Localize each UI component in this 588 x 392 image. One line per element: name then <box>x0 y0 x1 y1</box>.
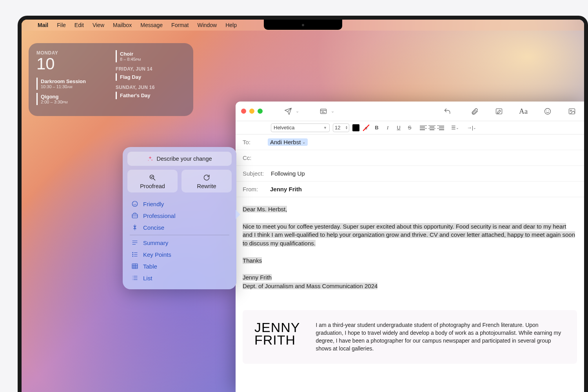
proofread-button[interactable]: Proofread <box>127 170 178 192</box>
window-controls <box>241 109 263 114</box>
header-fields-button[interactable] <box>317 106 330 117</box>
briefcase-icon <box>131 212 138 219</box>
strikethrough-button[interactable]: S <box>406 124 414 132</box>
format-button[interactable]: Aa <box>517 106 530 117</box>
header-options-chevron[interactable]: ⌄ <box>331 109 336 114</box>
device-frame: Mail File Edit View Mailbox Message Form… <box>18 16 588 392</box>
align-right-button[interactable] <box>437 125 444 130</box>
body-sig-dept: Dept. of Journalism and Mass Communicati… <box>243 283 377 289</box>
send-options-chevron[interactable]: ⌄ <box>296 109 301 114</box>
calendar-widget[interactable]: MONDAY 10 Darkroom Session 10:30 – 11:30… <box>29 43 193 116</box>
menu-format[interactable]: Format <box>167 22 193 28</box>
indent-button[interactable]: →| ⌄ <box>468 124 475 132</box>
tone-label: Concise <box>143 224 164 231</box>
transform-summary[interactable]: Summary <box>129 237 230 249</box>
event-title: Choir <box>120 51 185 57</box>
mail-compose-window: ⌄ ⌄ Aa Helvetica▼ 12▴▾ <box>236 102 584 392</box>
recipient-chip[interactable]: Andi Herbst⌄ <box>268 138 308 146</box>
italic-button[interactable]: I <box>384 124 392 132</box>
proofread-icon <box>149 174 156 181</box>
table-icon <box>131 263 138 270</box>
rewrite-icon <box>203 174 211 181</box>
event-time: 2:00 – 3:30PM <box>41 100 106 104</box>
cc-row[interactable]: Cc: <box>236 150 584 166</box>
separator <box>130 235 229 235</box>
chevron-down-icon[interactable]: ⌄ <box>302 140 305 144</box>
menu-mailbox[interactable]: Mailbox <box>109 22 136 28</box>
zoom-window-button[interactable] <box>258 109 263 114</box>
send-button[interactable] <box>281 106 295 117</box>
subject-row[interactable]: Subject: Following Up <box>236 166 584 181</box>
sparkle-icon <box>147 156 153 162</box>
calendar-event[interactable]: Father's Day <box>116 92 185 99</box>
svg-point-4 <box>570 110 572 111</box>
proofread-label: Proofread <box>140 183 165 189</box>
mail-headers: To: Andi Herbst⌄ Cc: Subject: Following … <box>236 134 584 197</box>
event-time: 8 – 8:45PM <box>120 57 185 62</box>
from-row[interactable]: From: Jenny Frith <box>236 181 584 197</box>
calendar-event[interactable]: Qigong 2:00 – 3:30PM <box>36 93 106 105</box>
to-row[interactable]: To: Andi Herbst⌄ <box>236 134 584 150</box>
screen: Mail File Edit View Mailbox Message Form… <box>22 20 584 392</box>
reply-button[interactable] <box>441 106 454 117</box>
calendar-day-label: MONDAY <box>36 50 106 56</box>
list-button[interactable]: ☰ ⌄ <box>451 124 459 132</box>
transform-label: List <box>143 275 152 281</box>
menu-app-name[interactable]: Mail <box>33 22 53 28</box>
svg-point-2 <box>545 108 551 114</box>
event-title: Father's Day <box>120 93 185 98</box>
svg-point-10 <box>132 256 133 257</box>
attach-button[interactable] <box>468 106 481 117</box>
describe-change-button[interactable]: Describe your change <box>127 152 232 166</box>
transform-table[interactable]: Table <box>129 260 230 272</box>
cc-label: Cc: <box>243 154 268 161</box>
from-value: Jenny Frith <box>270 186 302 192</box>
tone-professional[interactable]: Professional <box>129 210 230 221</box>
calendar-event[interactable]: Choir 8 – 8:45PM <box>116 50 185 62</box>
svg-rect-1 <box>496 109 502 114</box>
rewrite-button[interactable]: Rewrite <box>181 170 232 192</box>
transform-keypoints[interactable]: Key Points <box>129 249 230 260</box>
tone-label: Friendly <box>143 201 164 207</box>
minimize-window-button[interactable] <box>249 109 254 114</box>
menu-message[interactable]: Message <box>136 22 167 28</box>
list-icon <box>131 274 138 281</box>
event-title: Qigong <box>41 94 106 100</box>
menu-window[interactable]: Window <box>193 22 221 28</box>
text-color-none[interactable]: a <box>363 124 370 131</box>
signature-bio: I am a third-year student undergraduate … <box>316 321 565 353</box>
align-center-button[interactable] <box>428 125 436 130</box>
font-family-value: Helvetica <box>274 125 294 131</box>
transform-label: Summary <box>143 240 168 246</box>
mail-body[interactable]: Dear Ms. Herbst, Nice to meet you for co… <box>236 197 584 298</box>
align-left-button[interactable] <box>420 125 427 130</box>
body-sig-name: Jenny Frith <box>243 274 272 281</box>
font-size-select[interactable]: 12▴▾ <box>333 123 349 132</box>
svg-rect-0 <box>321 109 327 114</box>
body-greeting: Dear Ms. Herbst, <box>243 206 287 212</box>
photo-browser-button[interactable] <box>565 106 579 117</box>
font-family-select[interactable]: Helvetica▼ <box>271 123 330 132</box>
transform-list[interactable]: List <box>129 272 230 284</box>
close-window-button[interactable] <box>241 109 246 114</box>
to-label: To: <box>243 139 268 145</box>
calendar-event[interactable]: Flag Day <box>116 73 185 81</box>
event-title: Flag Day <box>120 74 185 80</box>
calendar-event[interactable]: Darkroom Session 10:30 – 11:30AM <box>36 78 106 90</box>
tone-concise[interactable]: Concise <box>129 221 230 233</box>
menu-file[interactable]: File <box>53 22 70 28</box>
transform-label: Key Points <box>143 251 171 258</box>
menu-view[interactable]: View <box>88 22 109 28</box>
emoji-button[interactable] <box>541 106 554 117</box>
text-color-swatch[interactable] <box>352 124 359 131</box>
signature-name: JENNY FRITH <box>254 321 300 353</box>
menu-edit[interactable]: Edit <box>70 22 88 28</box>
body-paragraph: Nice to meet you for coffee yesterday. S… <box>243 223 575 247</box>
markup-button[interactable] <box>492 106 506 117</box>
menu-help[interactable]: Help <box>221 22 241 28</box>
bullets-icon <box>131 251 138 258</box>
tone-friendly[interactable]: Friendly <box>129 198 230 210</box>
bold-button[interactable]: B <box>373 124 381 132</box>
underline-button[interactable]: U <box>395 124 403 132</box>
font-size-value: 12 <box>335 125 340 131</box>
